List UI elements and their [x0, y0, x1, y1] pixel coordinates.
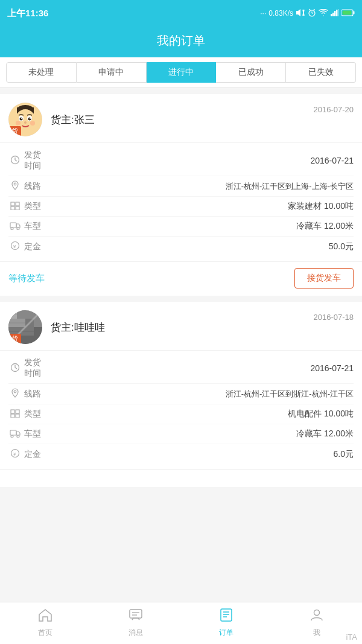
home-icon	[38, 608, 52, 625]
truck-label-2: 车型	[24, 429, 48, 439]
svg-rect-9	[338, 9, 339, 16]
type-label-1: 类型	[24, 201, 48, 212]
svg-text:¥: ¥	[13, 451, 16, 457]
svg-point-30	[14, 183, 16, 185]
avatar-badge-1: 货	[8, 126, 21, 136]
order-details-2: 发货时间 2016-07-21 线路 浙江-杭州-江干区到浙江-杭州-江干区 类…	[0, 351, 362, 469]
truck-value-1: 冷藏车 12.00米	[48, 221, 354, 232]
order-card-2: 货 货主:哇哇哇 2016-07-18 发货时间 2016-07-21 线路 浙…	[0, 302, 362, 487]
svg-rect-5	[331, 14, 332, 16]
order-shipper-2: 货主:哇哇哇	[51, 320, 354, 334]
order-date-1: 2016-07-20	[314, 105, 354, 114]
location-icon-2	[8, 388, 22, 400]
svg-point-24	[16, 121, 21, 126]
type-value-2: 机电配件 10.00吨	[48, 409, 354, 419]
svg-rect-68	[221, 609, 232, 621]
shiptime-label-1: 发货时间	[24, 150, 48, 171]
detail-row-shiptime-1: 发货时间 2016-07-21	[8, 145, 354, 176]
nav-message[interactable]: 消息	[91, 604, 181, 643]
tab-unprocessed[interactable]: 未处理	[6, 62, 77, 83]
orders-icon	[219, 608, 233, 625]
box-icon-2	[8, 409, 22, 419]
route-label-1: 线路	[24, 181, 48, 192]
route-value-2: 浙江-杭州-江干区到浙江-杭州-江干区	[48, 389, 354, 400]
speed-indicator: 0.83K/s	[268, 9, 293, 18]
clock-icon-2	[8, 363, 22, 374]
svg-point-20	[28, 118, 31, 121]
tab-applying[interactable]: 申请中	[77, 62, 147, 83]
svg-rect-34	[16, 206, 19, 210]
watermark: iTA	[341, 630, 362, 644]
deposit-value-2: 6.0元	[48, 449, 354, 460]
svg-rect-31	[11, 202, 14, 206]
page-title: 我的订单	[157, 34, 205, 47]
money-icon-2: ¥	[8, 448, 22, 460]
status-bar: 上午11:36 ··· 0.83K/s	[0, 0, 362, 27]
tab-expired[interactable]: 已失效	[286, 62, 356, 83]
svg-rect-11	[354, 11, 355, 14]
detail-row-truck-2: 车型 冷藏车 12.00米	[8, 424, 354, 444]
order-list: 货 货主:张三 2016-07-20 发货时间 2016-07-21 线路 浙江…	[0, 94, 362, 538]
svg-rect-32	[16, 202, 19, 206]
deposit-label-2: 定金	[24, 449, 48, 460]
wifi-icon	[319, 9, 328, 18]
order-tabs: 未处理 申请中 进行中 已成功 已失效	[0, 57, 362, 88]
shiptime-label-2: 发货时间	[24, 357, 48, 379]
status-time: 上午11:36	[7, 8, 48, 19]
svg-point-61	[11, 435, 13, 438]
type-label-2: 类型	[24, 409, 48, 419]
svg-rect-35	[10, 223, 16, 228]
deposit-label-1: 定金	[24, 241, 48, 252]
svg-point-23	[24, 121, 27, 124]
svg-line-29	[15, 160, 17, 161]
order-title-area-1: 货主:张三	[51, 113, 354, 127]
tab-inprogress[interactable]: 进行中	[147, 62, 217, 83]
nav-home-label: 首页	[38, 628, 52, 638]
svg-point-72	[314, 610, 320, 616]
mute-icon	[296, 8, 305, 19]
action-btn-1[interactable]: 接货发车	[294, 268, 354, 289]
truck-icon-1	[8, 222, 22, 232]
detail-row-deposit-1: ¥ 定金 50.0元	[8, 237, 354, 257]
tab-success[interactable]: 已成功	[216, 62, 286, 83]
type-value-1: 家装建材 10.00吨	[48, 201, 354, 212]
truck-label-1: 车型	[24, 221, 48, 232]
svg-rect-33	[11, 206, 14, 210]
svg-rect-6	[332, 13, 334, 16]
svg-rect-47	[17, 310, 25, 319]
svg-rect-56	[11, 410, 14, 413]
money-icon-1: ¥	[8, 241, 22, 252]
svg-rect-7	[334, 11, 336, 16]
order-footer-partial-2	[0, 469, 362, 487]
shiptime-value-1: 2016-07-21	[48, 156, 354, 165]
svg-text:¥: ¥	[13, 244, 16, 249]
svg-rect-45	[34, 327, 42, 336]
network-dots: ···	[260, 9, 266, 18]
svg-point-55	[14, 391, 16, 393]
order-card-1: 货 货主:张三 2016-07-20 发货时间 2016-07-21 线路 浙江…	[0, 94, 362, 296]
order-status-1: 等待发车	[8, 273, 45, 284]
page-header: 我的订单	[0, 27, 362, 57]
svg-rect-59	[16, 414, 19, 418]
nav-home[interactable]: 首页	[0, 604, 91, 643]
box-icon-1	[8, 202, 22, 212]
detail-row-truck-1: 车型 冷藏车 12.00米	[8, 217, 354, 237]
svg-point-36	[11, 228, 13, 230]
avatar-1: 货	[8, 103, 42, 136]
truck-value-2: 冷藏车 12.00米	[48, 429, 354, 439]
route-value-1: 浙江-杭州-江干区到上海-上海-长宁区	[48, 181, 354, 192]
svg-point-21	[21, 118, 22, 119]
clock-icon	[8, 155, 22, 167]
order-date-2: 2016-07-18	[314, 313, 354, 322]
message-icon	[129, 608, 143, 625]
order-footer-1: 等待发车 接货发车	[0, 261, 362, 296]
order-shipper-1: 货主:张三	[51, 113, 354, 127]
nav-orders[interactable]: 订单	[181, 604, 272, 643]
detail-row-type-1: 类型 家装建材 10.00吨	[8, 197, 354, 217]
svg-point-37	[17, 228, 19, 230]
detail-row-type-2: 类型 机电配件 10.00吨	[8, 404, 354, 424]
order-header-1: 货 货主:张三 2016-07-20	[0, 94, 362, 143]
detail-row-shiptime-2: 发货时间 2016-07-21	[8, 353, 354, 384]
avatar-2: 货	[8, 310, 42, 344]
detail-row-route-1: 线路 浙江-杭州-江干区到上海-上海-长宁区	[8, 176, 354, 197]
